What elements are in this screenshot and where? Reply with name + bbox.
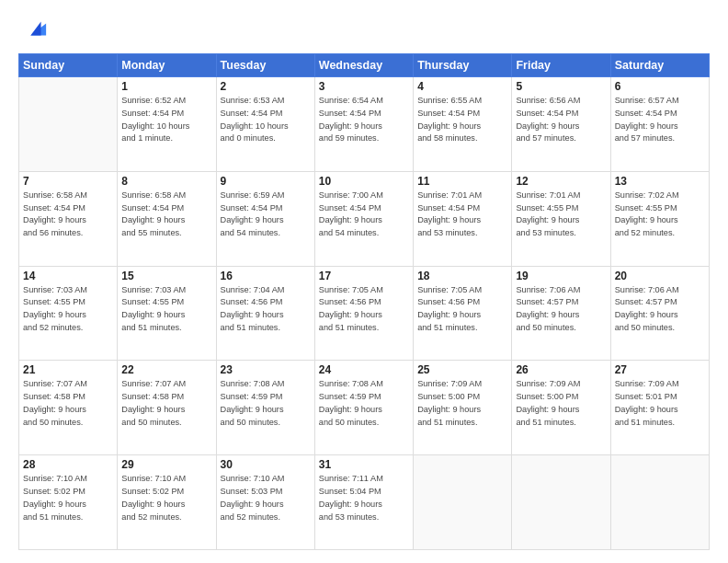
calendar-cell: 22Sunrise: 7:07 AM Sunset: 4:58 PM Dayli… <box>118 361 216 455</box>
calendar-cell: 8Sunrise: 6:58 AM Sunset: 4:54 PM Daylig… <box>118 171 216 266</box>
calendar-cell: 11Sunrise: 7:01 AM Sunset: 4:54 PM Dayli… <box>414 171 512 266</box>
day-info: Sunrise: 7:10 AM Sunset: 5:02 PM Dayligh… <box>23 473 113 523</box>
day-info: Sunrise: 6:52 AM Sunset: 4:54 PM Dayligh… <box>121 95 211 145</box>
day-info: Sunrise: 7:00 AM Sunset: 4:54 PM Dayligh… <box>319 190 409 240</box>
day-number: 14 <box>23 270 113 282</box>
calendar-cell: 3Sunrise: 6:54 AM Sunset: 4:54 PM Daylig… <box>314 77 413 172</box>
logo-icon <box>22 17 48 42</box>
day-number: 20 <box>615 270 705 282</box>
day-number: 23 <box>221 363 311 376</box>
day-info: Sunrise: 6:58 AM Sunset: 4:54 PM Dayligh… <box>23 190 113 240</box>
day-number: 9 <box>221 175 311 188</box>
calendar-cell: 16Sunrise: 7:04 AM Sunset: 4:56 PM Dayli… <box>216 266 314 361</box>
day-info: Sunrise: 6:55 AM Sunset: 4:54 PM Dayligh… <box>417 95 507 145</box>
day-number: 15 <box>121 270 211 282</box>
day-info: Sunrise: 7:01 AM Sunset: 4:54 PM Dayligh… <box>417 190 507 240</box>
calendar-cell: 20Sunrise: 7:06 AM Sunset: 4:57 PM Dayli… <box>610 266 709 361</box>
calendar-cell: 26Sunrise: 7:09 AM Sunset: 5:00 PM Dayli… <box>512 361 610 455</box>
day-info: Sunrise: 6:53 AM Sunset: 4:54 PM Dayligh… <box>221 95 311 145</box>
calendar-cell: 17Sunrise: 7:05 AM Sunset: 4:56 PM Dayli… <box>314 266 413 361</box>
calendar-cell: 23Sunrise: 7:08 AM Sunset: 4:59 PM Dayli… <box>216 361 314 455</box>
calendar-cell: 27Sunrise: 7:09 AM Sunset: 5:01 PM Dayli… <box>610 361 709 455</box>
weekday-header-saturday: Saturday <box>610 54 709 77</box>
calendar-cell: 21Sunrise: 7:07 AM Sunset: 4:58 PM Dayli… <box>19 361 118 455</box>
day-number: 8 <box>121 175 211 188</box>
day-info: Sunrise: 6:59 AM Sunset: 4:54 PM Dayligh… <box>221 190 311 240</box>
day-info: Sunrise: 7:07 AM Sunset: 4:58 PM Dayligh… <box>23 378 113 429</box>
day-number: 24 <box>319 363 409 376</box>
calendar-week-2: 7Sunrise: 6:58 AM Sunset: 4:54 PM Daylig… <box>19 171 710 266</box>
svg-marker-1 <box>30 22 40 36</box>
day-number: 30 <box>221 458 311 471</box>
calendar-cell: 30Sunrise: 7:10 AM Sunset: 5:03 PM Dayli… <box>216 455 314 550</box>
calendar-week-3: 14Sunrise: 7:03 AM Sunset: 4:55 PM Dayli… <box>19 266 710 361</box>
calendar-cell: 14Sunrise: 7:03 AM Sunset: 4:55 PM Dayli… <box>19 266 118 361</box>
day-number: 3 <box>319 80 409 93</box>
day-number: 11 <box>417 175 507 188</box>
calendar-cell: 1Sunrise: 6:52 AM Sunset: 4:54 PM Daylig… <box>118 77 216 172</box>
day-number: 22 <box>121 363 211 376</box>
day-number: 18 <box>417 270 507 282</box>
calendar-table: SundayMondayTuesdayWednesdayThursdayFrid… <box>18 53 710 550</box>
day-number: 12 <box>516 175 606 188</box>
day-number: 26 <box>516 363 606 376</box>
day-info: Sunrise: 7:06 AM Sunset: 4:57 PM Dayligh… <box>516 284 606 335</box>
calendar-cell: 5Sunrise: 6:56 AM Sunset: 4:54 PM Daylig… <box>512 77 610 172</box>
day-number: 25 <box>417 363 507 376</box>
day-number: 27 <box>615 363 705 376</box>
day-number: 6 <box>615 80 705 93</box>
day-number: 13 <box>615 175 705 188</box>
calendar-cell: 13Sunrise: 7:02 AM Sunset: 4:55 PM Dayli… <box>610 171 709 266</box>
day-info: Sunrise: 6:56 AM Sunset: 4:54 PM Dayligh… <box>516 95 606 145</box>
calendar-cell: 9Sunrise: 6:59 AM Sunset: 4:54 PM Daylig… <box>216 171 314 266</box>
day-info: Sunrise: 7:11 AM Sunset: 5:04 PM Dayligh… <box>319 473 409 523</box>
day-number: 1 <box>121 80 211 93</box>
calendar-cell: 18Sunrise: 7:05 AM Sunset: 4:56 PM Dayli… <box>414 266 512 361</box>
day-number: 17 <box>319 270 409 282</box>
weekday-header-row: SundayMondayTuesdayWednesdayThursdayFrid… <box>19 54 710 77</box>
weekday-header-thursday: Thursday <box>414 54 512 77</box>
calendar-cell: 7Sunrise: 6:58 AM Sunset: 4:54 PM Daylig… <box>19 171 118 266</box>
calendar-cell: 19Sunrise: 7:06 AM Sunset: 4:57 PM Dayli… <box>512 266 610 361</box>
weekday-header-wednesday: Wednesday <box>314 54 413 77</box>
day-info: Sunrise: 7:05 AM Sunset: 4:56 PM Dayligh… <box>319 284 409 335</box>
day-info: Sunrise: 7:07 AM Sunset: 4:58 PM Dayligh… <box>121 378 211 429</box>
day-info: Sunrise: 7:06 AM Sunset: 4:57 PM Dayligh… <box>615 284 705 335</box>
day-info: Sunrise: 7:01 AM Sunset: 4:55 PM Dayligh… <box>516 190 606 240</box>
day-number: 5 <box>516 80 606 93</box>
calendar-cell <box>512 455 610 550</box>
calendar-cell <box>414 455 512 550</box>
day-number: 19 <box>516 270 606 282</box>
day-number: 28 <box>23 458 113 471</box>
weekday-header-sunday: Sunday <box>19 54 118 77</box>
calendar-cell: 15Sunrise: 7:03 AM Sunset: 4:55 PM Dayli… <box>118 266 216 361</box>
calendar-cell: 4Sunrise: 6:55 AM Sunset: 4:54 PM Daylig… <box>414 77 512 172</box>
day-info: Sunrise: 7:03 AM Sunset: 4:55 PM Dayligh… <box>23 284 113 335</box>
page: SundayMondayTuesdayWednesdayThursdayFrid… <box>0 0 728 563</box>
day-info: Sunrise: 7:09 AM Sunset: 5:00 PM Dayligh… <box>516 378 606 429</box>
day-number: 29 <box>121 458 211 471</box>
day-info: Sunrise: 7:03 AM Sunset: 4:55 PM Dayligh… <box>121 284 211 335</box>
calendar-cell <box>610 455 709 550</box>
day-info: Sunrise: 7:10 AM Sunset: 5:03 PM Dayligh… <box>221 473 311 523</box>
calendar-week-5: 28Sunrise: 7:10 AM Sunset: 5:02 PM Dayli… <box>19 455 710 550</box>
day-info: Sunrise: 7:10 AM Sunset: 5:02 PM Dayligh… <box>121 473 211 523</box>
day-number: 4 <box>417 80 507 93</box>
weekday-header-friday: Friday <box>512 54 610 77</box>
header <box>18 17 710 42</box>
day-info: Sunrise: 7:04 AM Sunset: 4:56 PM Dayligh… <box>221 284 311 335</box>
calendar-week-4: 21Sunrise: 7:07 AM Sunset: 4:58 PM Dayli… <box>19 361 710 455</box>
calendar-cell <box>19 77 118 172</box>
calendar-cell: 2Sunrise: 6:53 AM Sunset: 4:54 PM Daylig… <box>216 77 314 172</box>
logo <box>18 17 48 42</box>
calendar-cell: 29Sunrise: 7:10 AM Sunset: 5:02 PM Dayli… <box>118 455 216 550</box>
day-number: 7 <box>23 175 113 188</box>
calendar-cell: 10Sunrise: 7:00 AM Sunset: 4:54 PM Dayli… <box>314 171 413 266</box>
day-info: Sunrise: 7:09 AM Sunset: 5:01 PM Dayligh… <box>615 378 705 429</box>
weekday-header-tuesday: Tuesday <box>216 54 314 77</box>
day-info: Sunrise: 6:57 AM Sunset: 4:54 PM Dayligh… <box>615 95 705 145</box>
day-number: 2 <box>221 80 311 93</box>
day-number: 16 <box>221 270 311 282</box>
calendar-cell: 6Sunrise: 6:57 AM Sunset: 4:54 PM Daylig… <box>610 77 709 172</box>
day-number: 21 <box>23 363 113 376</box>
